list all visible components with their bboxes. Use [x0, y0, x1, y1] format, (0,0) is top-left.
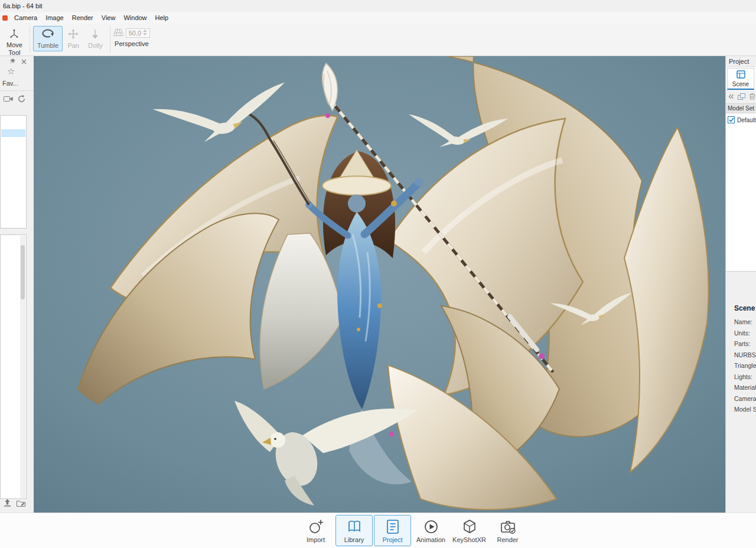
trash-icon[interactable]: [749, 93, 755, 101]
dock-animation-button[interactable]: Animation: [412, 515, 449, 546]
dock-project-button[interactable]: Project: [374, 515, 411, 546]
library-icon: [347, 518, 362, 534]
viewport[interactable]: [34, 56, 725, 513]
pan-button[interactable]: Pan: [63, 26, 84, 51]
scene-info-field-triangles: Triangles:: [726, 362, 756, 373]
scene-info-field-modelsets: Model Se: [726, 406, 756, 417]
model-set-default-label: Default: [737, 117, 756, 123]
scene-tab-label: Scene: [732, 81, 749, 87]
collapse-all-icon[interactable]: [728, 93, 734, 100]
window-title: 6a.bip - 64 bit: [3, 2, 43, 9]
perspective-grid-icon: [113, 29, 123, 37]
pan-label: Pan: [67, 42, 79, 50]
project-panel: Project Scene Mo: [725, 56, 756, 513]
bottom-toolbar: Import Library Project Animation: [0, 513, 756, 548]
pin-icon[interactable]: [9, 58, 15, 66]
scrollbar[interactable]: [20, 236, 25, 498]
scene-info-field-materials: Materials:: [726, 384, 756, 395]
dolly-button[interactable]: Dolly: [84, 26, 106, 51]
scene-toolbar: [726, 90, 756, 103]
animation-icon: [423, 518, 439, 534]
spinner-arrows-icon[interactable]: [143, 30, 147, 37]
scene-info-field-units: Units:: [726, 330, 756, 341]
scrollbar-thumb[interactable]: [21, 245, 25, 299]
dock-render-button[interactable]: Render: [489, 515, 526, 546]
toolbar-separator: [110, 26, 110, 53]
pan-icon: [68, 29, 79, 40]
material-list[interactable]: [0, 234, 27, 499]
move-tool-label: Move: [6, 41, 22, 48]
scene-info: Scene Name: Units: Parts: NURBS: Triangl…: [726, 304, 756, 417]
project-panel-title: Project: [726, 56, 756, 66]
camera-list[interactable]: [0, 115, 27, 229]
close-panel-icon[interactable]: [21, 58, 27, 66]
selected-list-row[interactable]: [1, 129, 25, 137]
dock-keyshotxr-button[interactable]: KeyShotXR: [451, 515, 488, 546]
refresh-icon[interactable]: [18, 95, 25, 104]
scene-info-field-parts: Parts:: [726, 340, 756, 351]
dock-library-button[interactable]: Library: [335, 515, 373, 546]
arrow-up-icon[interactable]: [4, 499, 11, 508]
tumble-label: Tumble: [37, 42, 58, 50]
dolly-icon: [91, 29, 99, 40]
perspective-angle-field[interactable]: 50,0: [126, 28, 150, 38]
toolbar-separator: [30, 26, 30, 53]
model-sets-header: Model Set: [726, 103, 756, 113]
favorites-tab-label[interactable]: Fav...: [2, 80, 32, 87]
menu-window[interactable]: Window: [119, 14, 151, 21]
scene-info-field-name: Name:: [726, 318, 756, 330]
scene-info-field-nurbs: NURBS:: [726, 351, 756, 363]
divider: [0, 90, 34, 91]
menu-help[interactable]: Help: [151, 14, 173, 21]
rendered-scene: [34, 56, 725, 513]
scene-tab-icon: [737, 70, 745, 80]
dock-import-button[interactable]: Import: [297, 515, 334, 546]
move-tool-icon: [9, 29, 19, 40]
checked-checkbox-icon[interactable]: [728, 116, 735, 123]
layers-icon[interactable]: [738, 93, 745, 101]
favorites-star-icon[interactable]: ☆: [7, 66, 15, 77]
project-icon: [385, 518, 400, 534]
scene-info-field-lights: Lights:: [726, 373, 756, 384]
folder-edit-icon[interactable]: [17, 500, 25, 508]
menu-render[interactable]: Render: [68, 14, 97, 21]
perspective-label: Perspective: [115, 40, 148, 47]
import-icon: [308, 518, 324, 534]
scene-info-field-cameras: Cameras:: [726, 395, 756, 406]
menu-image[interactable]: Image: [41, 14, 68, 21]
left-dock-panel: ☆ Fav...: [0, 56, 34, 513]
menubar: Camera Image Render View Window Help: [0, 12, 756, 24]
camera-toolbar: Move Tool Tumble Pan Dolly: [0, 24, 756, 56]
keyshot-window: 6a.bip - 64 bit Camera Image Render View…: [0, 0, 756, 548]
camera-icon[interactable]: [4, 96, 13, 103]
tab-scene[interactable]: Scene: [727, 68, 754, 90]
dolly-label: Dolly: [88, 42, 102, 50]
tumble-button[interactable]: Tumble: [33, 26, 63, 51]
perspective-group: 50,0 Perspective: [113, 26, 150, 47]
model-set-list[interactable]: Default: [726, 113, 756, 272]
render-icon: [500, 518, 516, 534]
app-icon: [2, 15, 8, 21]
tumble-icon: [41, 29, 54, 40]
model-set-default-row[interactable]: Default: [728, 116, 754, 123]
move-tool-button[interactable]: Move Tool: [2, 26, 27, 58]
project-tabstrip: Scene: [726, 66, 756, 90]
scene-info-header: Scene: [726, 304, 756, 318]
keyshotxr-icon: [462, 518, 477, 534]
menu-view[interactable]: View: [97, 14, 120, 21]
titlebar: 6a.bip - 64 bit: [0, 0, 756, 12]
menu-camera[interactable]: Camera: [10, 14, 41, 21]
